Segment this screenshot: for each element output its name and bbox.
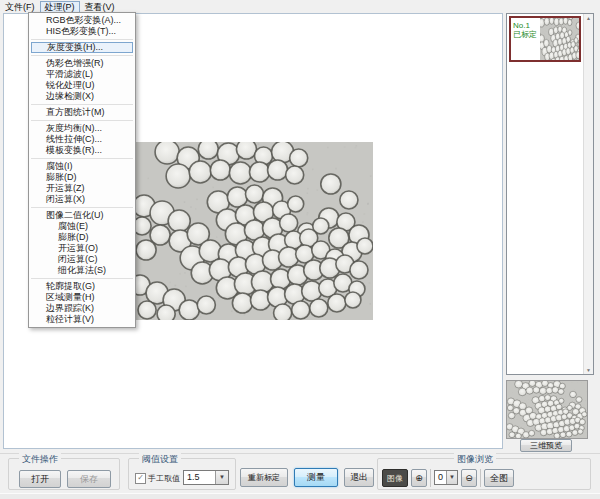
- threshold-combobox[interactable]: 1.5 ▼: [183, 470, 229, 485]
- zoom-in-icon[interactable]: ⊕: [411, 469, 427, 487]
- menu-item[interactable]: 粒径计算(V): [31, 314, 133, 325]
- scroll-up-icon[interactable]: ▲: [584, 14, 593, 22]
- result-list[interactable]: No.1 已标定 ▲ ▼: [506, 13, 594, 375]
- preview-button[interactable]: 三维预览: [520, 439, 572, 452]
- measure-button[interactable]: 测量: [294, 468, 338, 487]
- menu-item[interactable]: 细化算法(S): [31, 265, 133, 276]
- menu-separator: [31, 278, 133, 279]
- chevron-down-icon[interactable]: ▼: [215, 471, 228, 484]
- file-group-label: 文件操作: [19, 453, 61, 466]
- menu-item[interactable]: 灰度变换(H)...: [31, 42, 133, 53]
- menu-separator: [31, 207, 133, 208]
- menu-item[interactable]: 边缘检测(X): [31, 91, 133, 102]
- scroll-down-icon[interactable]: ▼: [584, 366, 593, 374]
- menu-item[interactable]: 开运算(O): [31, 243, 133, 254]
- menu-item[interactable]: 闭运算(C): [31, 254, 133, 265]
- menu-separator: [31, 104, 133, 105]
- menu-item[interactable]: 直方图统计(M): [31, 107, 133, 118]
- menu-item[interactable]: 轮廓提取(G): [31, 281, 133, 292]
- manual-threshold-label: 手工取值: [148, 473, 180, 484]
- menu-item[interactable]: 灰度均衡(N)...: [31, 123, 133, 134]
- view-group-label: 图像浏览: [454, 453, 496, 466]
- result-list-item[interactable]: No.1 已标定: [509, 16, 581, 62]
- result-item-thumbnail: [540, 18, 579, 60]
- view-groupbox: 图像浏览 图像 ⊕ 0 ▼ ⊖ 全图: [377, 458, 591, 490]
- menu-item[interactable]: 线性拉伸(C)...: [31, 134, 133, 145]
- menu-item[interactable]: 闭运算(X): [31, 194, 133, 205]
- menu-item[interactable]: 开运算(Z): [31, 183, 133, 194]
- fit-view-button[interactable]: 全图: [484, 469, 514, 487]
- menu-item[interactable]: 区域测量(H): [31, 292, 133, 303]
- menubar-item-0[interactable]: 文件(F): [0, 1, 40, 13]
- microscopy-image[interactable]: [132, 142, 373, 320]
- menu-separator: [31, 55, 133, 56]
- bottom-toolbar: 文件操作 打开 保存 阈值设置 ✓ 手工取值 1.5 ▼ 重新标定 测量 退出 …: [0, 453, 600, 494]
- menu-item[interactable]: 平滑滤波(L): [31, 69, 133, 80]
- threshold-groupbox: 阈值设置 ✓ 手工取值 1.5 ▼: [128, 458, 236, 490]
- chevron-down-icon[interactable]: ▼: [446, 471, 457, 484]
- manual-threshold-checkbox[interactable]: ✓: [135, 473, 146, 484]
- recalibrate-button[interactable]: 重新标定: [240, 468, 288, 487]
- toolbar-separator: [480, 469, 481, 487]
- result-item-label: No.1 已标定: [511, 18, 540, 60]
- list-scrollbar[interactable]: ▲ ▼: [583, 14, 593, 374]
- menu-item[interactable]: 腐蚀(I): [31, 161, 133, 172]
- image-mode-button[interactable]: 图像: [382, 469, 408, 487]
- application-window: 文件(F)处理(P)查看(V) RGB色彩变换(A)...HIS色彩变换(T).…: [0, 0, 600, 499]
- save-button[interactable]: 保存: [67, 470, 111, 488]
- menu-separator: [31, 39, 133, 40]
- menu-item[interactable]: 膨胀(D): [31, 172, 133, 183]
- menu-item[interactable]: HIS色彩变换(T)...: [31, 26, 133, 37]
- toolbar-separator: [430, 469, 431, 487]
- menu-item[interactable]: 膨胀(D): [31, 232, 133, 243]
- menubar-item-2[interactable]: 查看(V): [80, 1, 120, 13]
- menubar-item-1[interactable]: 处理(P): [40, 1, 80, 13]
- menu-popup: RGB色彩变换(A)...HIS色彩变换(T)...灰度变换(H)...伪彩色增…: [28, 12, 136, 328]
- threshold-value: 1.5: [187, 472, 200, 482]
- open-button[interactable]: 打开: [19, 470, 61, 488]
- menu-item[interactable]: 伪彩色增强(R): [31, 58, 133, 69]
- menu-item[interactable]: 锐化处理(U): [31, 80, 133, 91]
- window-bottom-edge: [0, 493, 600, 499]
- menu-item[interactable]: 模板变换(R)...: [31, 145, 133, 156]
- threshold-group-label: 阈值设置: [139, 453, 181, 466]
- menu-separator: [31, 158, 133, 159]
- file-groupbox: 文件操作 打开 保存: [8, 458, 120, 490]
- menu-item[interactable]: 腐蚀(E): [31, 221, 133, 232]
- overview-thumbnail[interactable]: [506, 380, 588, 439]
- menu-item[interactable]: 图像二值化(U): [31, 210, 133, 221]
- exit-button[interactable]: 退出: [344, 468, 374, 487]
- menu-separator: [31, 120, 133, 121]
- zoom-level-value: 0: [438, 472, 443, 482]
- menu-item[interactable]: RGB色彩变换(A)...: [31, 15, 133, 26]
- menu-item[interactable]: 边界跟踪(K): [31, 303, 133, 314]
- zoom-out-icon[interactable]: ⊖: [461, 469, 477, 487]
- zoom-level-spinner[interactable]: 0 ▼: [434, 470, 458, 485]
